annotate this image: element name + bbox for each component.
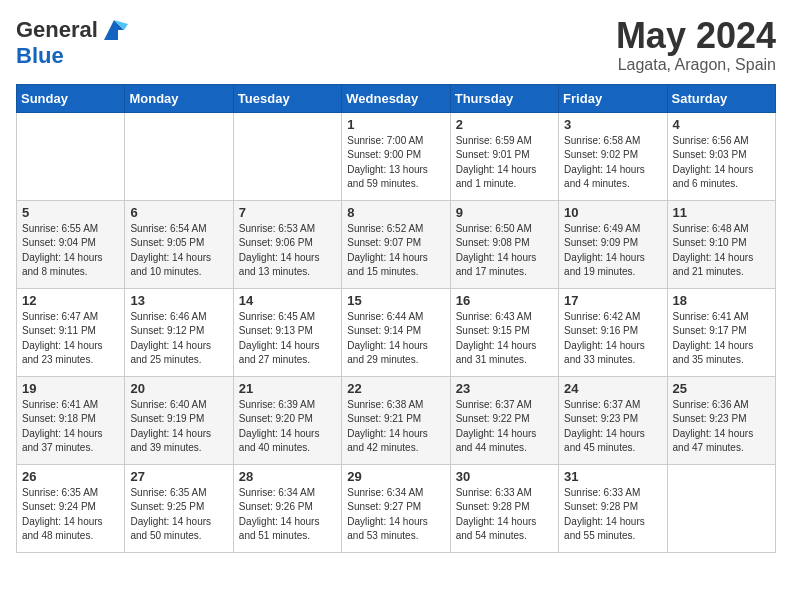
calendar-cell: 26Sunrise: 6:35 AMSunset: 9:24 PMDayligh… xyxy=(17,464,125,552)
weekday-header-thursday: Thursday xyxy=(450,84,558,112)
month-title: May 2024 xyxy=(616,16,776,56)
logo-blue: Blue xyxy=(16,43,64,68)
calendar-cell: 7Sunrise: 6:53 AMSunset: 9:06 PMDaylight… xyxy=(233,200,341,288)
day-info: Sunrise: 6:33 AMSunset: 9:28 PMDaylight:… xyxy=(564,486,661,544)
day-number: 6 xyxy=(130,205,227,220)
calendar-cell: 14Sunrise: 6:45 AMSunset: 9:13 PMDayligh… xyxy=(233,288,341,376)
weekday-header-saturday: Saturday xyxy=(667,84,775,112)
day-number: 12 xyxy=(22,293,119,308)
calendar-cell: 15Sunrise: 6:44 AMSunset: 9:14 PMDayligh… xyxy=(342,288,450,376)
day-number: 7 xyxy=(239,205,336,220)
day-number: 18 xyxy=(673,293,770,308)
day-number: 22 xyxy=(347,381,444,396)
day-number: 9 xyxy=(456,205,553,220)
day-number: 8 xyxy=(347,205,444,220)
day-info: Sunrise: 6:44 AMSunset: 9:14 PMDaylight:… xyxy=(347,310,444,368)
day-number: 21 xyxy=(239,381,336,396)
day-info: Sunrise: 6:46 AMSunset: 9:12 PMDaylight:… xyxy=(130,310,227,368)
calendar-cell xyxy=(17,112,125,200)
day-info: Sunrise: 6:48 AMSunset: 9:10 PMDaylight:… xyxy=(673,222,770,280)
day-info: Sunrise: 6:34 AMSunset: 9:26 PMDaylight:… xyxy=(239,486,336,544)
week-row-5: 26Sunrise: 6:35 AMSunset: 9:24 PMDayligh… xyxy=(17,464,776,552)
day-number: 29 xyxy=(347,469,444,484)
weekday-header-sunday: Sunday xyxy=(17,84,125,112)
day-number: 15 xyxy=(347,293,444,308)
day-info: Sunrise: 6:37 AMSunset: 9:23 PMDaylight:… xyxy=(564,398,661,456)
calendar-cell xyxy=(667,464,775,552)
calendar-cell xyxy=(233,112,341,200)
calendar-cell: 31Sunrise: 6:33 AMSunset: 9:28 PMDayligh… xyxy=(559,464,667,552)
weekday-header-wednesday: Wednesday xyxy=(342,84,450,112)
day-info: Sunrise: 6:36 AMSunset: 9:23 PMDaylight:… xyxy=(673,398,770,456)
day-number: 27 xyxy=(130,469,227,484)
weekday-header-monday: Monday xyxy=(125,84,233,112)
calendar-cell: 20Sunrise: 6:40 AMSunset: 9:19 PMDayligh… xyxy=(125,376,233,464)
day-number: 20 xyxy=(130,381,227,396)
calendar-cell: 22Sunrise: 6:38 AMSunset: 9:21 PMDayligh… xyxy=(342,376,450,464)
day-info: Sunrise: 6:55 AMSunset: 9:04 PMDaylight:… xyxy=(22,222,119,280)
day-number: 30 xyxy=(456,469,553,484)
day-info: Sunrise: 6:43 AMSunset: 9:15 PMDaylight:… xyxy=(456,310,553,368)
day-info: Sunrise: 6:47 AMSunset: 9:11 PMDaylight:… xyxy=(22,310,119,368)
calendar-cell: 21Sunrise: 6:39 AMSunset: 9:20 PMDayligh… xyxy=(233,376,341,464)
calendar-cell: 1Sunrise: 7:00 AMSunset: 9:00 PMDaylight… xyxy=(342,112,450,200)
day-info: Sunrise: 6:53 AMSunset: 9:06 PMDaylight:… xyxy=(239,222,336,280)
weekday-header-row: SundayMondayTuesdayWednesdayThursdayFrid… xyxy=(17,84,776,112)
day-number: 14 xyxy=(239,293,336,308)
day-info: Sunrise: 6:49 AMSunset: 9:09 PMDaylight:… xyxy=(564,222,661,280)
logo-icon xyxy=(100,16,128,44)
day-info: Sunrise: 6:34 AMSunset: 9:27 PMDaylight:… xyxy=(347,486,444,544)
calendar-cell: 8Sunrise: 6:52 AMSunset: 9:07 PMDaylight… xyxy=(342,200,450,288)
day-info: Sunrise: 6:35 AMSunset: 9:25 PMDaylight:… xyxy=(130,486,227,544)
calendar-cell: 18Sunrise: 6:41 AMSunset: 9:17 PMDayligh… xyxy=(667,288,775,376)
calendar-cell: 2Sunrise: 6:59 AMSunset: 9:01 PMDaylight… xyxy=(450,112,558,200)
day-info: Sunrise: 6:35 AMSunset: 9:24 PMDaylight:… xyxy=(22,486,119,544)
day-info: Sunrise: 6:37 AMSunset: 9:22 PMDaylight:… xyxy=(456,398,553,456)
day-info: Sunrise: 7:00 AMSunset: 9:00 PMDaylight:… xyxy=(347,134,444,192)
day-number: 5 xyxy=(22,205,119,220)
day-info: Sunrise: 6:40 AMSunset: 9:19 PMDaylight:… xyxy=(130,398,227,456)
day-number: 4 xyxy=(673,117,770,132)
calendar-cell: 10Sunrise: 6:49 AMSunset: 9:09 PMDayligh… xyxy=(559,200,667,288)
calendar-cell: 17Sunrise: 6:42 AMSunset: 9:16 PMDayligh… xyxy=(559,288,667,376)
calendar-cell: 23Sunrise: 6:37 AMSunset: 9:22 PMDayligh… xyxy=(450,376,558,464)
calendar-cell: 6Sunrise: 6:54 AMSunset: 9:05 PMDaylight… xyxy=(125,200,233,288)
day-number: 17 xyxy=(564,293,661,308)
day-number: 28 xyxy=(239,469,336,484)
week-row-4: 19Sunrise: 6:41 AMSunset: 9:18 PMDayligh… xyxy=(17,376,776,464)
day-number: 23 xyxy=(456,381,553,396)
week-row-1: 1Sunrise: 7:00 AMSunset: 9:00 PMDaylight… xyxy=(17,112,776,200)
calendar-cell: 11Sunrise: 6:48 AMSunset: 9:10 PMDayligh… xyxy=(667,200,775,288)
day-number: 10 xyxy=(564,205,661,220)
calendar-table: SundayMondayTuesdayWednesdayThursdayFrid… xyxy=(16,84,776,553)
day-info: Sunrise: 6:50 AMSunset: 9:08 PMDaylight:… xyxy=(456,222,553,280)
calendar-cell: 5Sunrise: 6:55 AMSunset: 9:04 PMDaylight… xyxy=(17,200,125,288)
day-info: Sunrise: 6:52 AMSunset: 9:07 PMDaylight:… xyxy=(347,222,444,280)
day-number: 2 xyxy=(456,117,553,132)
day-info: Sunrise: 6:33 AMSunset: 9:28 PMDaylight:… xyxy=(456,486,553,544)
calendar-cell: 27Sunrise: 6:35 AMSunset: 9:25 PMDayligh… xyxy=(125,464,233,552)
day-number: 24 xyxy=(564,381,661,396)
day-number: 25 xyxy=(673,381,770,396)
week-row-2: 5Sunrise: 6:55 AMSunset: 9:04 PMDaylight… xyxy=(17,200,776,288)
weekday-header-tuesday: Tuesday xyxy=(233,84,341,112)
week-row-3: 12Sunrise: 6:47 AMSunset: 9:11 PMDayligh… xyxy=(17,288,776,376)
calendar-cell: 19Sunrise: 6:41 AMSunset: 9:18 PMDayligh… xyxy=(17,376,125,464)
day-info: Sunrise: 6:45 AMSunset: 9:13 PMDaylight:… xyxy=(239,310,336,368)
title-block: May 2024 Lagata, Aragon, Spain xyxy=(616,16,776,74)
day-info: Sunrise: 6:42 AMSunset: 9:16 PMDaylight:… xyxy=(564,310,661,368)
day-number: 3 xyxy=(564,117,661,132)
day-number: 11 xyxy=(673,205,770,220)
calendar-cell: 30Sunrise: 6:33 AMSunset: 9:28 PMDayligh… xyxy=(450,464,558,552)
day-info: Sunrise: 6:59 AMSunset: 9:01 PMDaylight:… xyxy=(456,134,553,192)
day-number: 26 xyxy=(22,469,119,484)
page-header: General Blue May 2024 Lagata, Aragon, Sp… xyxy=(16,16,776,74)
calendar-cell: 4Sunrise: 6:56 AMSunset: 9:03 PMDaylight… xyxy=(667,112,775,200)
calendar-cell: 29Sunrise: 6:34 AMSunset: 9:27 PMDayligh… xyxy=(342,464,450,552)
calendar-cell: 3Sunrise: 6:58 AMSunset: 9:02 PMDaylight… xyxy=(559,112,667,200)
day-info: Sunrise: 6:39 AMSunset: 9:20 PMDaylight:… xyxy=(239,398,336,456)
calendar-cell xyxy=(125,112,233,200)
day-info: Sunrise: 6:54 AMSunset: 9:05 PMDaylight:… xyxy=(130,222,227,280)
day-info: Sunrise: 6:58 AMSunset: 9:02 PMDaylight:… xyxy=(564,134,661,192)
day-number: 31 xyxy=(564,469,661,484)
